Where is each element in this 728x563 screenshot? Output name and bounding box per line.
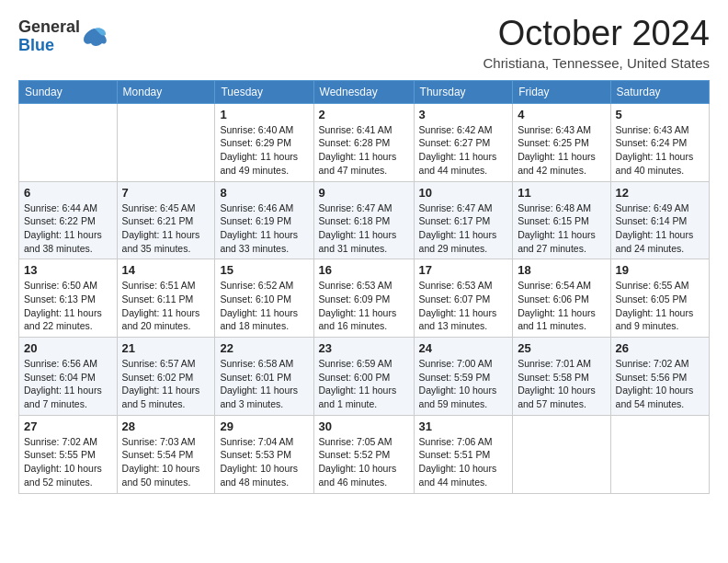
cell-info: Sunrise: 6:52 AMSunset: 6:10 PMDaylight:… xyxy=(220,280,298,331)
day-number: 18 xyxy=(518,263,605,277)
calendar-cell: 4Sunrise: 6:43 AMSunset: 6:25 PMDaylight… xyxy=(513,103,610,181)
calendar-cell: 2Sunrise: 6:41 AMSunset: 6:28 PMDaylight… xyxy=(313,103,414,181)
calendar-cell: 28Sunrise: 7:03 AMSunset: 5:54 PMDayligh… xyxy=(117,415,215,493)
day-number: 11 xyxy=(518,186,605,200)
day-number: 20 xyxy=(24,341,112,355)
calendar-cell xyxy=(19,103,118,181)
calendar-week-3: 13Sunrise: 6:50 AMSunset: 6:13 PMDayligh… xyxy=(19,259,710,338)
page-header: General Blue October 2024 Christiana, Te… xyxy=(18,15,710,71)
cell-info: Sunrise: 7:03 AMSunset: 5:54 PMDaylight:… xyxy=(122,436,200,488)
calendar-cell: 8Sunrise: 6:46 AMSunset: 6:19 PMDaylight… xyxy=(215,181,313,259)
day-number: 19 xyxy=(616,263,704,277)
day-header-sunday: Sunday xyxy=(19,80,118,103)
day-number: 7 xyxy=(122,186,210,200)
calendar-week-2: 6Sunrise: 6:44 AMSunset: 6:22 PMDaylight… xyxy=(19,181,710,259)
cell-info: Sunrise: 6:48 AMSunset: 6:15 PMDaylight:… xyxy=(518,202,596,254)
day-number: 2 xyxy=(319,108,409,121)
calendar-cell: 1Sunrise: 6:40 AMSunset: 6:29 PMDaylight… xyxy=(215,103,313,181)
calendar-cell: 12Sunrise: 6:49 AMSunset: 6:14 PMDayligh… xyxy=(610,181,709,259)
calendar-cell: 25Sunrise: 7:01 AMSunset: 5:58 PMDayligh… xyxy=(513,338,610,416)
day-header-monday: Monday xyxy=(117,80,215,103)
calendar-cell: 31Sunrise: 7:06 AMSunset: 5:51 PMDayligh… xyxy=(414,415,513,493)
calendar-cell: 26Sunrise: 7:02 AMSunset: 5:56 PMDayligh… xyxy=(610,338,709,416)
cell-info: Sunrise: 6:54 AMSunset: 6:06 PMDaylight:… xyxy=(518,280,596,331)
cell-info: Sunrise: 7:02 AMSunset: 5:55 PMDaylight:… xyxy=(24,436,102,488)
cell-info: Sunrise: 6:59 AMSunset: 6:00 PMDaylight:… xyxy=(319,358,397,409)
day-number: 26 xyxy=(616,341,704,355)
day-header-thursday: Thursday xyxy=(414,80,513,103)
day-number: 21 xyxy=(122,341,210,355)
cell-info: Sunrise: 6:50 AMSunset: 6:13 PMDaylight:… xyxy=(24,280,102,331)
cell-info: Sunrise: 6:53 AMSunset: 6:07 PMDaylight:… xyxy=(419,280,497,331)
location-subtitle: Christiana, Tennessee, United States xyxy=(483,55,710,71)
calendar-cell: 20Sunrise: 6:56 AMSunset: 6:04 PMDayligh… xyxy=(19,338,118,416)
day-number: 29 xyxy=(220,419,308,433)
cell-info: Sunrise: 6:42 AMSunset: 6:27 PMDaylight:… xyxy=(419,124,497,176)
day-number: 17 xyxy=(419,263,508,277)
calendar-cell: 10Sunrise: 6:47 AMSunset: 6:17 PMDayligh… xyxy=(414,181,513,259)
calendar-cell: 9Sunrise: 6:47 AMSunset: 6:18 PMDaylight… xyxy=(313,181,414,259)
day-number: 15 xyxy=(220,263,308,277)
calendar-cell: 14Sunrise: 6:51 AMSunset: 6:11 PMDayligh… xyxy=(117,259,215,338)
day-number: 13 xyxy=(24,263,112,277)
day-header-friday: Friday xyxy=(513,80,610,103)
cell-info: Sunrise: 6:55 AMSunset: 6:05 PMDaylight:… xyxy=(616,280,694,331)
day-number: 27 xyxy=(24,419,112,433)
cell-info: Sunrise: 6:47 AMSunset: 6:18 PMDaylight:… xyxy=(319,202,397,254)
calendar-cell: 13Sunrise: 6:50 AMSunset: 6:13 PMDayligh… xyxy=(19,259,118,338)
cell-info: Sunrise: 6:56 AMSunset: 6:04 PMDaylight:… xyxy=(24,358,102,409)
logo-bird-icon xyxy=(82,27,108,47)
cell-info: Sunrise: 6:49 AMSunset: 6:14 PMDaylight:… xyxy=(616,202,694,254)
cell-info: Sunrise: 6:58 AMSunset: 6:01 PMDaylight:… xyxy=(220,358,298,409)
cell-info: Sunrise: 6:41 AMSunset: 6:28 PMDaylight:… xyxy=(319,124,397,176)
calendar-cell: 6Sunrise: 6:44 AMSunset: 6:22 PMDaylight… xyxy=(19,181,118,259)
cell-info: Sunrise: 7:04 AMSunset: 5:53 PMDaylight:… xyxy=(220,436,298,488)
day-number: 25 xyxy=(518,341,605,355)
calendar-cell: 16Sunrise: 6:53 AMSunset: 6:09 PMDayligh… xyxy=(313,259,414,338)
day-header-saturday: Saturday xyxy=(610,80,709,103)
calendar-cell: 7Sunrise: 6:45 AMSunset: 6:21 PMDaylight… xyxy=(117,181,215,259)
logo-general-text: General xyxy=(18,18,80,37)
calendar-cell: 19Sunrise: 6:55 AMSunset: 6:05 PMDayligh… xyxy=(610,259,709,338)
cell-info: Sunrise: 6:43 AMSunset: 6:25 PMDaylight:… xyxy=(518,124,596,176)
calendar-table: SundayMondayTuesdayWednesdayThursdayFrid… xyxy=(18,80,710,494)
cell-info: Sunrise: 6:45 AMSunset: 6:21 PMDaylight:… xyxy=(122,202,200,254)
cell-info: Sunrise: 6:40 AMSunset: 6:29 PMDaylight:… xyxy=(220,124,298,176)
day-number: 3 xyxy=(419,108,508,121)
calendar-cell: 23Sunrise: 6:59 AMSunset: 6:00 PMDayligh… xyxy=(313,338,414,416)
calendar-cell: 27Sunrise: 7:02 AMSunset: 5:55 PMDayligh… xyxy=(19,415,118,493)
cell-info: Sunrise: 6:46 AMSunset: 6:19 PMDaylight:… xyxy=(220,202,298,254)
calendar-header: SundayMondayTuesdayWednesdayThursdayFrid… xyxy=(19,80,710,103)
cell-info: Sunrise: 6:44 AMSunset: 6:22 PMDaylight:… xyxy=(24,202,102,254)
calendar-cell xyxy=(513,415,610,493)
month-title: October 2024 xyxy=(483,15,710,53)
calendar-week-1: 1Sunrise: 6:40 AMSunset: 6:29 PMDaylight… xyxy=(19,103,710,181)
calendar-week-5: 27Sunrise: 7:02 AMSunset: 5:55 PMDayligh… xyxy=(19,415,710,493)
day-number: 12 xyxy=(616,186,704,200)
day-header-wednesday: Wednesday xyxy=(313,80,414,103)
calendar-cell: 11Sunrise: 6:48 AMSunset: 6:15 PMDayligh… xyxy=(513,181,610,259)
calendar-cell: 15Sunrise: 6:52 AMSunset: 6:10 PMDayligh… xyxy=(215,259,313,338)
day-number: 30 xyxy=(319,419,409,433)
day-number: 24 xyxy=(419,341,508,355)
day-number: 28 xyxy=(122,419,210,433)
calendar-cell xyxy=(610,415,709,493)
day-number: 4 xyxy=(518,108,605,121)
calendar-cell xyxy=(117,103,215,181)
cell-info: Sunrise: 7:02 AMSunset: 5:56 PMDaylight:… xyxy=(616,358,694,409)
day-number: 10 xyxy=(419,186,508,200)
cell-info: Sunrise: 6:57 AMSunset: 6:02 PMDaylight:… xyxy=(122,358,200,409)
cell-info: Sunrise: 6:53 AMSunset: 6:09 PMDaylight:… xyxy=(319,280,397,331)
day-number: 14 xyxy=(122,263,210,277)
day-number: 9 xyxy=(319,186,409,200)
cell-info: Sunrise: 6:47 AMSunset: 6:17 PMDaylight:… xyxy=(419,202,497,254)
calendar-cell: 3Sunrise: 6:42 AMSunset: 6:27 PMDaylight… xyxy=(414,103,513,181)
cell-info: Sunrise: 6:43 AMSunset: 6:24 PMDaylight:… xyxy=(616,124,694,176)
cell-info: Sunrise: 6:51 AMSunset: 6:11 PMDaylight:… xyxy=(122,280,200,331)
calendar-cell: 30Sunrise: 7:05 AMSunset: 5:52 PMDayligh… xyxy=(313,415,414,493)
cell-info: Sunrise: 7:01 AMSunset: 5:58 PMDaylight:… xyxy=(518,358,596,409)
logo-blue-text: Blue xyxy=(18,37,80,55)
day-number: 16 xyxy=(319,263,409,277)
title-block: October 2024 Christiana, Tennessee, Unit… xyxy=(483,15,710,71)
cell-info: Sunrise: 7:00 AMSunset: 5:59 PMDaylight:… xyxy=(419,358,497,409)
